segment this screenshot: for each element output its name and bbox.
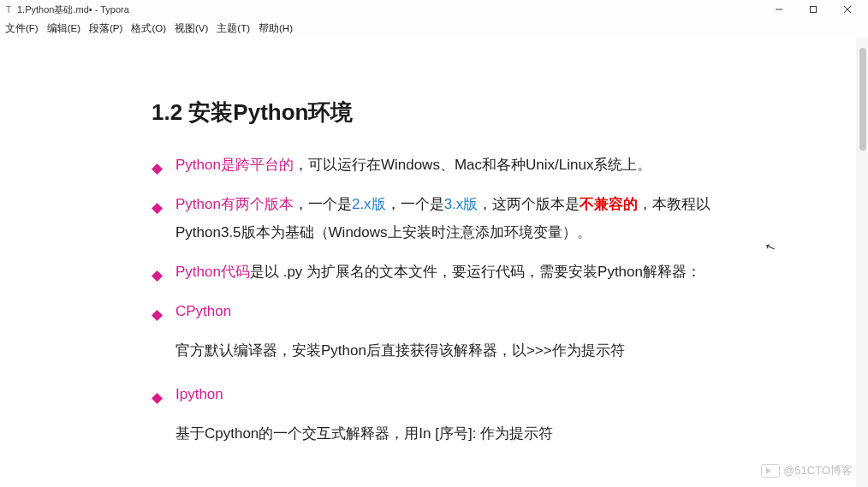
menu-format[interactable]: 格式(O): [131, 22, 166, 35]
text-segment: ，一个是: [294, 196, 352, 212]
menu-theme[interactable]: 主题(T): [217, 22, 250, 35]
item-rest: 是以 .py 为扩展名的文本文件，要运行代码，需要安装Python解释器：: [250, 264, 701, 280]
watermark-text: @51CTO博客: [783, 463, 853, 478]
item-lead: Python有两个版本: [175, 196, 294, 212]
document-body[interactable]: 1.2 安装Python环境 ◆ Python是跨平台的，可以运行在Window…: [66, 38, 802, 487]
diamond-icon: ◆: [152, 301, 163, 329]
sub-description: 官方默认编译器，安装Python后直接获得该解释器，以>>>作为提示符: [152, 337, 716, 365]
window-title: 1.Python基础.md• - Typora: [17, 3, 129, 16]
version-3x: 3.x版: [444, 196, 479, 212]
bullet-list: ◆ Python是跨平台的，可以运行在Windows、Mac和各种Unix/Li…: [152, 151, 716, 448]
diamond-icon: ◆: [152, 194, 163, 222]
minimize-button[interactable]: [762, 0, 796, 19]
menu-bar: 文件(F) 编辑(E) 段落(P) 格式(O) 视图(V) 主题(T) 帮助(H…: [0, 19, 868, 38]
sub-description: 基于Cpython的一个交互式解释器，用In [序号]: 作为提示符: [152, 420, 716, 448]
item-rest: ，可以运行在Windows、Mac和各种Unix/Linux系统上。: [294, 157, 651, 173]
incompatible-label: 不兼容的: [580, 196, 638, 212]
item-lead: Python代码: [175, 264, 250, 280]
text-segment: ，一个是: [386, 196, 444, 212]
item-lead: CPython: [175, 303, 231, 319]
list-item: ◆ Ipython: [152, 381, 716, 408]
svg-rect-1: [811, 7, 817, 13]
maximize-button[interactable]: [796, 0, 830, 19]
window-controls: [762, 0, 865, 19]
watermark: @51CTO博客: [761, 463, 853, 478]
video-icon: [761, 464, 780, 478]
window-titlebar: T 1.Python基础.md• - Typora: [0, 0, 868, 19]
section-heading: 1.2 安装Python环境: [152, 98, 716, 128]
version-2x: 2.x版: [352, 196, 386, 212]
scrollbar-thumb[interactable]: [859, 48, 866, 151]
close-button[interactable]: [830, 0, 865, 19]
diamond-icon: ◆: [152, 262, 163, 289]
vertical-scrollbar[interactable]: [856, 38, 868, 487]
editor-viewport[interactable]: 1.2 安装Python环境 ◆ Python是跨平台的，可以运行在Window…: [0, 38, 868, 487]
item-lead: Python是跨平台的: [175, 157, 294, 173]
menu-file[interactable]: 文件(F): [5, 22, 39, 35]
app-icon: T: [3, 4, 14, 15]
menu-help[interactable]: 帮助(H): [259, 22, 293, 35]
menu-view[interactable]: 视图(V): [175, 22, 208, 35]
diamond-icon: ◆: [152, 155, 163, 182]
diamond-icon: ◆: [152, 384, 163, 412]
menu-edit[interactable]: 编辑(E): [47, 22, 80, 35]
list-item: ◆ Python代码是以 .py 为扩展名的文本文件，要运行代码，需要安装Pyt…: [152, 258, 716, 286]
item-lead: Ipython: [175, 386, 223, 402]
list-item: ◆ Python有两个版本，一个是2.x版，一个是3.x版，这两个版本是不兼容的…: [152, 191, 716, 246]
menu-paragraph[interactable]: 段落(P): [89, 22, 122, 35]
list-item: ◆ Python是跨平台的，可以运行在Windows、Mac和各种Unix/Li…: [152, 151, 716, 179]
list-item: ◆ CPython: [152, 298, 716, 325]
text-segment: ，这两个版本是: [478, 196, 580, 212]
